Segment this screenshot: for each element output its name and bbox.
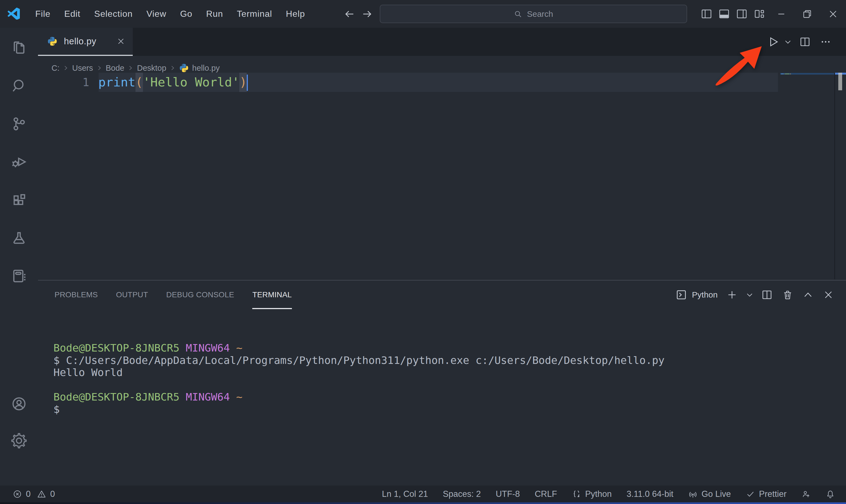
- close-icon: [117, 37, 125, 46]
- language-mode-icon: [572, 489, 581, 499]
- status-item-utf-8[interactable]: UTF-8: [496, 489, 520, 499]
- window-controls: [768, 0, 846, 28]
- tab-hello-py[interactable]: hello.py: [38, 28, 133, 56]
- menu-item[interactable]: Edit: [57, 0, 87, 28]
- breadcrumb-chevron-icon: [63, 65, 69, 71]
- tab-label: hello.py: [64, 36, 96, 47]
- panel-tab-debug-console[interactable]: DEBUG CONSOLE: [166, 281, 234, 309]
- split-terminal-button[interactable]: [757, 289, 777, 301]
- accounts-icon[interactable]: [11, 396, 27, 412]
- close-window-button[interactable]: [820, 0, 846, 28]
- minimize-button[interactable]: [768, 0, 794, 28]
- panel-tab-terminal[interactable]: TERMINAL: [252, 281, 292, 309]
- panel-tab-output[interactable]: OUTPUT: [116, 281, 148, 309]
- status-item-go-live[interactable]: Go Live: [688, 489, 731, 499]
- status-item-crlf[interactable]: CRLF: [535, 489, 557, 499]
- minimap-code-mark: [784, 73, 785, 74]
- notifications-bell-icon[interactable]: [826, 489, 835, 499]
- problems-status-item[interactable]: 0 0: [13, 489, 55, 499]
- search-placeholder: Search: [527, 10, 553, 19]
- code-line: print('Hello World'): [98, 73, 247, 92]
- breadcrumb-item[interactable]: hello.py: [192, 64, 220, 73]
- breadcrumb-item[interactable]: C:: [52, 64, 59, 73]
- vscode-window: FileEditSelectionViewGoRunTerminalHelp S…: [0, 0, 846, 504]
- breadcrumb-python-icon: [179, 63, 189, 73]
- status-item-spaces-2[interactable]: Spaces: 2: [443, 489, 481, 499]
- menu-item[interactable]: Run: [199, 0, 230, 28]
- menu-item[interactable]: View: [140, 0, 173, 28]
- warning-count: 0: [50, 489, 55, 499]
- terminal-profile-item[interactable]: Python: [675, 289, 718, 301]
- breadcrumb-item[interactable]: Desktop: [137, 64, 166, 73]
- split-editor-button[interactable]: [795, 36, 815, 48]
- split-editor-icon: [799, 36, 811, 48]
- customize-layout-icon[interactable]: [754, 8, 765, 20]
- panel-toolbar: Python: [675, 281, 839, 309]
- vscode-logo: [8, 7, 20, 20]
- errors-icon: [13, 489, 22, 499]
- minimap-border: [834, 73, 835, 280]
- extensions-icon[interactable]: [11, 192, 27, 208]
- bottom-panel: PROBLEMSOUTPUTDEBUG CONSOLETERMINAL Pyth…: [38, 280, 846, 486]
- search-box[interactable]: Search: [380, 5, 687, 23]
- testing-icon[interactable]: [11, 230, 27, 246]
- trash-icon: [782, 289, 793, 300]
- maximize-panel-button[interactable]: [798, 290, 818, 300]
- terminal-line: Bode@DESKTOP-8JNBCR5 MINGW64 ~: [53, 391, 665, 403]
- settings-gear-icon[interactable]: [11, 432, 27, 449]
- status-item-3-11-0-64-bit[interactable]: 3.11.0 64-bit: [627, 489, 673, 499]
- minimize-icon: [776, 8, 787, 20]
- search-sidebar-icon[interactable]: [11, 78, 27, 94]
- close-panel-button[interactable]: [818, 290, 839, 300]
- new-terminal-button[interactable]: [722, 289, 742, 301]
- explorer-icon[interactable]: [11, 40, 27, 56]
- status-item-prettier[interactable]: Prettier: [746, 489, 787, 499]
- status-item-ln-1-col-21[interactable]: Ln 1, Col 21: [382, 489, 428, 499]
- editor-pane[interactable]: 1 print('Hello World'): [38, 73, 846, 281]
- breadcrumb-chevron-icon: [96, 65, 103, 71]
- history-nav: [344, 0, 373, 28]
- go-live-icon: [688, 489, 698, 499]
- plus-icon: [726, 289, 738, 301]
- run-dropdown-chevron-icon[interactable]: [781, 38, 795, 46]
- menu-item[interactable]: Help: [279, 0, 312, 28]
- code-token: ): [239, 73, 247, 92]
- menu-item[interactable]: Selection: [87, 0, 140, 28]
- minimap-code-mark: [785, 73, 790, 74]
- editor-scrollbar[interactable]: [838, 73, 842, 90]
- status-bar: 0 0 Ln 1, Col 21Spaces: 2UTF-8CRLFPython…: [0, 486, 846, 504]
- split-terminal-icon: [761, 289, 773, 301]
- go-back-icon[interactable]: [344, 8, 355, 20]
- terminal-dropdown-chevron-icon[interactable]: [742, 291, 757, 299]
- breadcrumb-item[interactable]: Users: [72, 64, 93, 73]
- toggle-secondary-sidebar-icon[interactable]: [736, 8, 748, 20]
- go-forward-icon[interactable]: [361, 8, 373, 20]
- restore-button[interactable]: [794, 0, 820, 28]
- toggle-sidebar-icon[interactable]: [701, 8, 712, 20]
- tab-close-icon[interactable]: [114, 35, 127, 48]
- menu-item[interactable]: Go: [173, 0, 199, 28]
- warnings-icon: [37, 489, 46, 499]
- terminal-output[interactable]: Bode@DESKTOP-8JNBCR5 MINGW64 ~$ C:/Users…: [53, 342, 665, 415]
- source-control-icon[interactable]: [11, 115, 27, 132]
- error-count: 0: [26, 489, 31, 499]
- code-token: 'Hello World': [143, 73, 240, 92]
- status-item-python[interactable]: Python: [572, 489, 612, 499]
- kill-terminal-button[interactable]: [777, 289, 798, 300]
- menu-item[interactable]: File: [28, 0, 57, 28]
- minimap[interactable]: [780, 73, 834, 75]
- breadcrumb-item[interactable]: Bode: [106, 64, 124, 73]
- menu-item[interactable]: Terminal: [230, 0, 279, 28]
- close-icon: [828, 8, 839, 20]
- feedback-icon[interactable]: [801, 489, 811, 499]
- notebook-icon[interactable]: [11, 268, 27, 284]
- panel-tab-problems[interactable]: PROBLEMS: [54, 281, 98, 309]
- editor-actions: [765, 28, 836, 56]
- run-and-debug-icon[interactable]: [11, 154, 27, 170]
- panel-tabs: PROBLEMSOUTPUTDEBUG CONSOLETERMINAL: [54, 281, 292, 309]
- terminal-line: $: [53, 403, 665, 416]
- chevron-up-icon: [803, 290, 813, 300]
- terminal-line: Bode@DESKTOP-8JNBCR5 MINGW64 ~: [53, 342, 665, 354]
- more-actions-button[interactable]: [815, 36, 836, 47]
- toggle-panel-icon[interactable]: [718, 8, 730, 20]
